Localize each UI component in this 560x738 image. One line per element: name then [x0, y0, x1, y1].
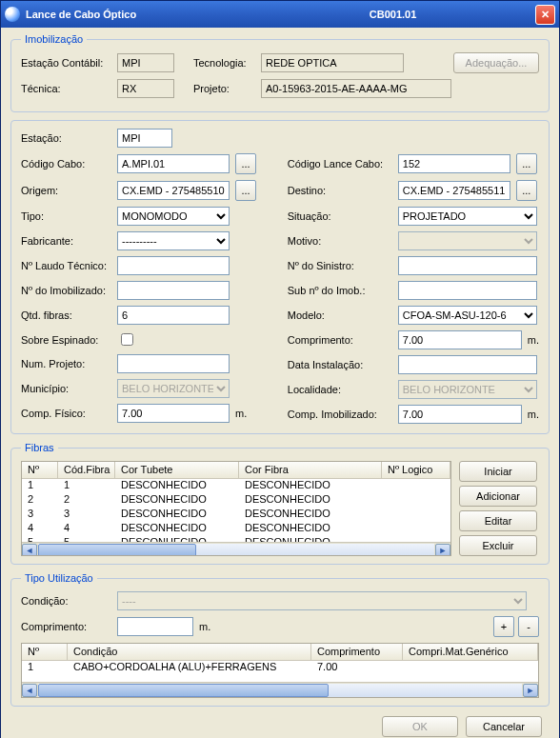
fabricante-select[interactable]: ----------: [117, 231, 230, 250]
tu-col-n[interactable]: Nº: [22, 644, 68, 660]
fibras-hscroll[interactable]: ◄ ►: [22, 542, 450, 556]
estacao-label: Estação:: [21, 132, 111, 144]
table-row[interactable]: 11DESCONHECIDODESCONHECIDO: [22, 479, 450, 493]
tipo-select[interactable]: MONOMODO: [117, 207, 230, 226]
table-row[interactable]: 55DESCONHECIDODESCONHECIDO: [22, 536, 450, 542]
subimob-label: Sub nº do Imob.:: [288, 285, 392, 296]
tecnica-label: Técnica:: [21, 83, 111, 94]
codigo-lance-label: Código Lance Cabo:: [288, 158, 392, 170]
scroll-left-icon[interactable]: ◄: [22, 544, 37, 557]
tipo-utilizacao-legend: Tipo Utilização: [21, 572, 97, 584]
projeto-label: Projeto:: [193, 83, 255, 94]
datainst-label: Data Instalação:: [288, 359, 392, 370]
adicionar-button[interactable]: Adicionar: [459, 486, 537, 507]
codigo-cabo-browse-button[interactable]: ...: [235, 153, 256, 174]
tipo-utilizacao-group: Tipo Utilização Condição: ---- Comprimen…: [10, 572, 550, 707]
titlebar[interactable]: Lance de Cabo Óptico CB001.01 ✕: [1, 1, 559, 28]
compfis-label: Comp. Físico:: [21, 408, 111, 419]
tecnologia-field: [261, 53, 404, 72]
tipo-table[interactable]: Nº Condição Comprimento Compri.Mat.Genér…: [21, 643, 539, 698]
col-nl[interactable]: Nº Logico: [382, 462, 450, 478]
imobilizacao-legend: Imobilização: [21, 33, 87, 45]
scroll-left-icon[interactable]: ◄: [22, 684, 37, 697]
localidade-label: Localidade:: [288, 384, 392, 395]
table-row[interactable]: 22DESCONHECIDODESCONHECIDO: [22, 493, 450, 508]
motivo-select: [398, 231, 537, 250]
destino-input[interactable]: [398, 181, 510, 200]
iniciar-button[interactable]: Iniciar: [459, 461, 537, 482]
window-code: CB001.01: [255, 9, 417, 20]
qtd-label: Qtd. fibras:: [21, 309, 111, 321]
col-ct[interactable]: Cor Tubete: [115, 462, 239, 478]
col-cod[interactable]: Cód.Fibra: [58, 462, 115, 478]
origem-input[interactable]: [117, 181, 230, 200]
origem-browse-button[interactable]: ...: [235, 180, 256, 201]
estacao-contabil-field: [117, 53, 174, 72]
situacao-label: Situação:: [288, 210, 392, 222]
compimob-input[interactable]: [398, 405, 522, 424]
tipo-hscroll[interactable]: ◄ ►: [22, 682, 538, 697]
tecnologia-label: Tecnologia:: [193, 57, 255, 69]
subimob-input[interactable]: [398, 281, 537, 300]
window: Lance de Cabo Óptico CB001.01 ✕ Imobiliz…: [0, 0, 560, 738]
destino-browse-button[interactable]: ...: [516, 180, 537, 201]
codigo-lance-browse-button[interactable]: ...: [516, 153, 537, 174]
modelo-label: Modelo:: [288, 309, 392, 321]
scroll-right-icon[interactable]: ►: [435, 544, 450, 557]
motivo-label: Motivo:: [288, 235, 392, 247]
codigo-cabo-input[interactable]: [117, 154, 230, 173]
table-row[interactable]: 1CABO+CORDOALHA (ALU)+FERRAGENS7.00: [22, 661, 538, 676]
imobilizado-label: Nº do Imobilizado:: [21, 285, 111, 296]
compimob-label: Comp. Imobilizado:: [288, 409, 392, 420]
sinistro-label: Nº do Sinistro:: [288, 260, 392, 271]
excluir-button[interactable]: Excluir: [459, 535, 537, 556]
scroll-right-icon[interactable]: ►: [523, 684, 538, 697]
editar-button[interactable]: Editar: [459, 510, 537, 531]
destino-label: Destino:: [288, 185, 392, 196]
compfis-input[interactable]: [117, 404, 230, 423]
table-row[interactable]: 33DESCONHECIDODESCONHECIDO: [22, 508, 450, 522]
tu-col-mat[interactable]: Compri.Mat.Genérico: [403, 644, 538, 660]
unit-m: m.: [199, 621, 210, 632]
remove-button[interactable]: -: [518, 616, 539, 637]
comprimento-input[interactable]: [398, 330, 522, 349]
unit-m: m.: [235, 408, 247, 419]
tu-comprimento-input[interactable]: [117, 617, 193, 636]
app-icon: [5, 7, 20, 22]
close-button[interactable]: ✕: [535, 5, 555, 25]
col-cf[interactable]: Cor Fibra: [239, 462, 382, 478]
col-n[interactable]: Nº: [22, 462, 58, 478]
add-button[interactable]: +: [493, 616, 514, 637]
sinistro-input[interactable]: [398, 256, 537, 275]
datainst-input[interactable]: [398, 355, 537, 374]
scroll-thumb[interactable]: [38, 544, 196, 557]
tecnica-field: [117, 79, 174, 98]
tu-col-comp[interactable]: Comprimento: [311, 644, 403, 660]
codigo-lance-input[interactable]: [398, 154, 510, 173]
numproj-label: Num. Projeto:: [21, 358, 111, 369]
ellipsis-icon: ...: [241, 158, 250, 170]
origem-label: Origem:: [21, 185, 111, 196]
municipio-label: Município:: [21, 383, 111, 394]
fabricante-label: Fabricante:: [21, 235, 111, 247]
cancel-button[interactable]: Cancelar: [466, 716, 542, 737]
scroll-thumb[interactable]: [38, 684, 329, 697]
fibras-legend: Fibras: [21, 442, 58, 453]
estacao-input[interactable]: [117, 129, 172, 148]
qtd-input[interactable]: [117, 306, 230, 325]
situacao-select[interactable]: PROJETADO: [398, 207, 537, 226]
minus-icon: -: [527, 621, 530, 632]
tipo-label: Tipo:: [21, 210, 111, 222]
sobre-label: Sobre Espinado:: [21, 334, 111, 346]
numproj-input[interactable]: [117, 354, 230, 373]
codigo-cabo-label: Código Cabo:: [21, 158, 111, 170]
table-row[interactable]: 44DESCONHECIDODESCONHECIDO: [22, 522, 450, 536]
main-group: Estação: Código Cabo: ... Origem: ... Ti…: [10, 120, 550, 434]
modelo-select[interactable]: CFOA-SM-ASU-120-6: [398, 306, 537, 325]
sobre-checkbox[interactable]: [121, 333, 133, 346]
imobilizado-input[interactable]: [117, 281, 230, 300]
fibras-table[interactable]: Nº Cód.Fibra Cor Tubete Cor Fibra Nº Log…: [21, 461, 451, 556]
plus-icon: +: [501, 621, 507, 632]
laudo-input[interactable]: [117, 256, 230, 275]
tu-col-cond[interactable]: Condição: [68, 644, 311, 660]
